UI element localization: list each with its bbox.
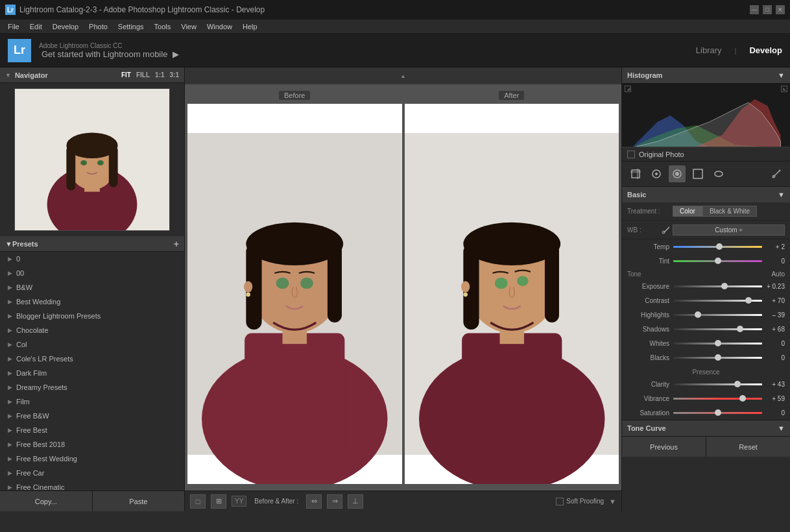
preset-label: Blogger Lightroom Presets [16, 312, 101, 320]
crop-tool[interactable] [627, 165, 644, 182]
add-preset-button[interactable]: + [174, 239, 179, 249]
auto-button[interactable]: Auto [771, 271, 785, 278]
tint-slider-thumb[interactable] [715, 258, 721, 264]
histogram-header[interactable]: Histogram ▼ [622, 67, 790, 83]
adjustment-brush-tool[interactable] [768, 165, 785, 182]
preset-item[interactable]: ▶Free Best 2018 [0, 437, 184, 452]
menu-item-tools[interactable]: Tools [149, 19, 176, 33]
maximize-button[interactable]: □ [763, 5, 772, 14]
histogram-canvas: ◢ ◣ [622, 83, 790, 148]
nav-3to1[interactable]: 3:1 [170, 71, 179, 79]
basic-header[interactable]: Basic ▼ [622, 187, 790, 202]
menu-item-settings[interactable]: Settings [113, 19, 149, 33]
nav-fill[interactable]: FILL [136, 71, 150, 79]
navigator-header[interactable]: ▼ Navigator FIT FILL 1:1 3:1 [0, 67, 184, 83]
highlights-slider-track[interactable] [673, 314, 762, 316]
menu-item-file[interactable]: File [3, 19, 25, 33]
graduated-filter-tool[interactable] [689, 165, 706, 182]
tone-curve-header[interactable]: Tone Curve ▼ [622, 420, 790, 436]
preset-item[interactable]: ▶Dreamy Presets [0, 380, 184, 394]
wb-row: WB : Custom ÷ [622, 221, 790, 239]
saturation-slider-thumb[interactable] [715, 409, 721, 416]
preset-item[interactable]: ▶Dark Film [0, 366, 184, 380]
preset-arrow: ▶ [8, 484, 12, 490]
mobile-text[interactable]: Get started with Lightroom mobile ▶ [39, 49, 696, 59]
preset-item[interactable]: ▶Film [0, 394, 184, 409]
original-photo-checkbox[interactable] [627, 151, 635, 158]
preview-image [15, 89, 169, 230]
preset-item[interactable]: ▶Cole's LR Presets [0, 352, 184, 366]
minimize-button[interactable]: — [750, 5, 759, 14]
nav-develop[interactable]: Develop [749, 45, 782, 55]
vibrance-slider-thumb[interactable] [739, 395, 746, 402]
presets-header[interactable]: ▼ Presets + [0, 236, 184, 252]
preset-item[interactable]: ▶Chocolate [0, 323, 184, 337]
previous-button[interactable]: Previous [622, 437, 706, 457]
nav-library[interactable]: Library [696, 45, 722, 55]
saturation-slider-track[interactable] [673, 412, 762, 414]
single-view-button[interactable]: □ [190, 494, 206, 509]
red-eye-tool[interactable] [669, 165, 686, 182]
left-panel-bottom: Copy... Paste [0, 490, 184, 511]
clarity-slider-thumb[interactable] [734, 381, 741, 387]
close-button[interactable]: ✕ [776, 5, 785, 14]
preset-item[interactable]: ▶Col [0, 337, 184, 352]
paste-button[interactable]: Paste [93, 491, 185, 511]
tint-slider-track[interactable] [673, 260, 762, 262]
contrast-slider-track[interactable] [673, 300, 762, 302]
blacks-slider-track[interactable] [673, 357, 762, 359]
bw-treatment-button[interactable]: Black & White [702, 206, 757, 217]
nav-1to1[interactable]: 1:1 [155, 71, 164, 79]
menu-item-edit[interactable]: Edit [25, 19, 47, 33]
menu-bar: FileEditDevelopPhotoSettingsToolsViewWin… [0, 19, 790, 34]
tone-section-header: Tone Auto [622, 268, 790, 279]
shadows-slider-row: Shadows + 68 [622, 322, 790, 336]
highlights-slider-thumb[interactable] [695, 311, 701, 318]
temp-slider-track[interactable] [673, 246, 762, 248]
exposure-slider-track[interactable] [673, 285, 762, 287]
clarity-slider-track[interactable] [673, 383, 762, 385]
swap-before-after-button[interactable]: ⇔ [306, 494, 322, 509]
preset-item[interactable]: ▶Free Car [0, 466, 184, 480]
whites-slider-track[interactable] [673, 343, 762, 345]
copy-button[interactable]: Copy... [0, 491, 93, 511]
radial-filter-tool[interactable] [710, 165, 727, 182]
blacks-slider-thumb[interactable] [715, 354, 721, 361]
menu-item-photo[interactable]: Photo [84, 19, 113, 33]
exposure-slider-thumb[interactable] [721, 283, 728, 289]
soft-proofing-checkbox[interactable] [556, 498, 564, 505]
menu-item-help[interactable]: Help [237, 19, 263, 33]
preset-item[interactable]: ▶00 [0, 266, 184, 280]
preset-item[interactable]: ▶Free Best Wedding [0, 452, 184, 466]
preset-item[interactable]: ▶Free B&W [0, 409, 184, 423]
presence-header: Presence [622, 365, 790, 377]
preset-item[interactable]: ▶B&W [0, 280, 184, 295]
wb-value-select[interactable]: Custom ÷ [673, 224, 785, 236]
preset-item[interactable]: ▶0 [0, 252, 184, 266]
temp-slider-thumb[interactable] [716, 243, 723, 250]
shadows-slider-track[interactable] [673, 328, 762, 330]
expand-icon[interactable]: ▼ [609, 498, 616, 505]
menu-item-window[interactable]: Window [202, 19, 237, 33]
reset-button[interactable]: Reset [706, 437, 790, 457]
copy-settings-button[interactable]: ⇒ [327, 494, 342, 509]
wb-eyedropper-tool[interactable] [660, 223, 673, 236]
center-button[interactable]: ⊥ [348, 494, 363, 509]
preset-item[interactable]: ▶Free Best [0, 423, 184, 437]
whites-slider-thumb[interactable] [715, 340, 721, 346]
contrast-slider-thumb[interactable] [745, 297, 752, 304]
shadows-slider-thumb[interactable] [737, 326, 743, 332]
before-label: Before [279, 91, 310, 100]
nav-fit[interactable]: FIT [121, 71, 131, 79]
whites-value: 0 [762, 340, 785, 347]
menu-item-develop[interactable]: Develop [47, 19, 84, 33]
color-treatment-button[interactable]: Color [673, 206, 702, 217]
menu-item-view[interactable]: View [176, 19, 202, 33]
vibrance-slider-track[interactable] [673, 398, 762, 400]
preset-item[interactable]: ▶Best Wedding [0, 295, 184, 309]
grid-view-button[interactable]: ⊞ [211, 494, 226, 509]
spot-removal-tool[interactable] [648, 165, 665, 182]
preset-item[interactable]: ▶Blogger Lightroom Presets [0, 309, 184, 323]
preset-item[interactable]: ▶Free Cinematic [0, 480, 184, 490]
whites-slider-row: Whites 0 [622, 336, 790, 350]
